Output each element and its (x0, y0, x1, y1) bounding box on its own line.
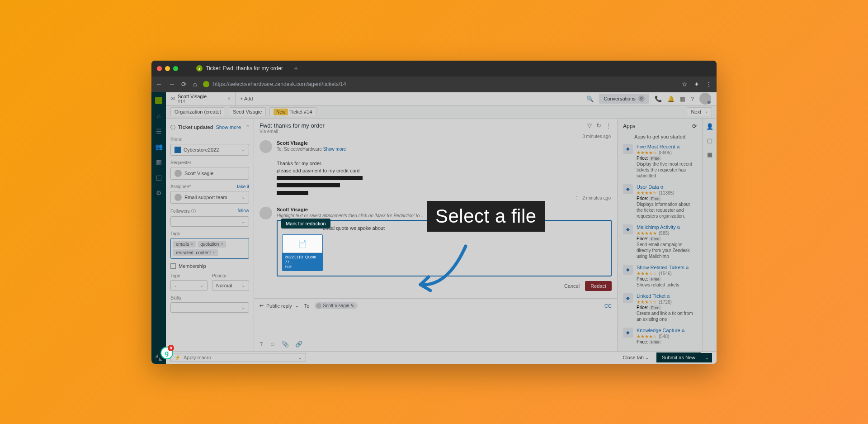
filter-icon[interactable]: ▽ (587, 122, 592, 129)
zendesk-logo-icon[interactable] (155, 97, 162, 104)
help-icon[interactable]: ? (691, 95, 694, 102)
close-tab-icon[interactable]: × (227, 95, 231, 102)
app-rating: ★★★☆☆(1546) (637, 271, 697, 276)
history-icon[interactable]: ↻ (596, 122, 601, 129)
forward-icon[interactable]: → (169, 81, 175, 88)
submit-dropdown[interactable]: ⌄ (701, 353, 712, 362)
attachment-file[interactable]: 📄 20221110_Quote 77... PDF (282, 234, 323, 271)
close-window[interactable] (157, 66, 162, 71)
apps-title: Apps (623, 123, 635, 129)
submit-button[interactable]: Submit as New (656, 353, 701, 362)
apps-icon[interactable]: ▦ (680, 95, 685, 102)
site-lock-icon (203, 81, 209, 87)
app-item[interactable]: ◆ Show Related Tickets ⧉ ★★★☆☆(1546) Pri… (623, 265, 697, 288)
cc-button[interactable]: CC (604, 303, 612, 309)
close-tab-link[interactable]: Close tab ⌄ (619, 353, 653, 362)
home-nav-icon[interactable]: ⌂ (157, 112, 160, 119)
banner-show-more[interactable]: Show more (216, 124, 241, 130)
reply-type-select[interactable]: ↩ Public reply ⌄ (259, 303, 299, 309)
reporting-nav-icon[interactable]: ◫ (156, 174, 162, 181)
phone-icon[interactable]: 📞 (655, 95, 662, 102)
link-icon[interactable]: 🔗 (295, 341, 302, 348)
type-select[interactable]: - ⌄ (170, 280, 208, 291)
app-title: Linked Ticket ⧉ (637, 293, 697, 299)
search-icon[interactable]: 🔍 (586, 95, 594, 102)
followers-select[interactable]: ⌄ (170, 216, 249, 227)
customers-nav-icon[interactable]: 👥 (155, 143, 163, 150)
callout-arrow-icon (411, 242, 475, 300)
app-description: Send email campaigns directly from your … (637, 242, 697, 259)
grid-icon[interactable]: ▦ (707, 151, 712, 158)
brand-select[interactable]: Cyberstore2022 ⌄ (170, 144, 249, 156)
new-tab-button[interactable]: + (294, 64, 298, 72)
redact-button[interactable]: Redact (585, 281, 612, 291)
remove-tag-icon[interactable]: × (212, 250, 215, 255)
edit-icon[interactable]: ✎ (350, 303, 354, 308)
back-icon[interactable]: ← (156, 81, 162, 88)
conversations-button[interactable]: Conversations 0 (599, 94, 649, 104)
take-it-link[interactable]: take it (237, 184, 249, 189)
to-label: To (304, 303, 310, 309)
refresh-icon[interactable]: ⟳ (692, 123, 697, 129)
profile-avatar[interactable] (699, 93, 711, 105)
views-nav-icon[interactable]: ☰ (156, 128, 162, 135)
cancel-button[interactable]: Cancel (564, 283, 580, 289)
knowledge-icon[interactable]: ▢ (707, 137, 712, 144)
app-item[interactable]: ◆ Knowledge Capture ⧉ ★★★★☆(548) Price: … (623, 328, 697, 345)
ticket-tab[interactable]: ✉ Scott Visagie #14 × (166, 92, 236, 105)
external-link-icon: ⧉ (677, 145, 679, 149)
brand-label: Brand (170, 137, 249, 142)
extensions-icon[interactable]: ✦ (694, 81, 699, 88)
priority-select[interactable]: Normal ⌄ (212, 280, 249, 291)
tags-input[interactable]: emails× quotation× redacted_content× (170, 238, 249, 259)
redacted-content (277, 176, 363, 180)
star-icon[interactable]: ☆ (682, 81, 688, 88)
home-icon[interactable]: ⌂ (193, 81, 197, 88)
external-link-icon: ⧉ (660, 185, 663, 190)
more-icon[interactable]: ⋮ (606, 122, 612, 129)
apply-macro-select[interactable]: ⚡ Apply macro ⌄ (170, 353, 306, 362)
msg-line: please add payment to my credit card (277, 167, 612, 175)
type-label: Type (170, 273, 208, 278)
grammarly-widget[interactable]: g 8 (160, 347, 173, 359)
follow-link[interactable]: follow (237, 208, 249, 214)
ticket-subject: Fwd: thanks for my order (259, 122, 325, 129)
app-title: Knowledge Capture ⧉ (637, 328, 697, 333)
text-format-icon[interactable]: T (259, 341, 263, 348)
org-nav-icon[interactable]: ▦ (156, 158, 162, 166)
minimize-window[interactable] (165, 66, 170, 71)
browser-tab[interactable]: z Ticket: Fwd: thanks for my order (191, 62, 288, 74)
redacted-content (277, 183, 340, 187)
app-item[interactable]: ◆ Linked Ticket ⧉ ★★★☆☆(1726) Price: Fre… (623, 293, 697, 322)
reload-icon[interactable]: ⟳ (181, 81, 187, 88)
assignee-select[interactable]: Email support team ⌄ (170, 191, 249, 204)
next-button[interactable]: Next → (687, 107, 712, 116)
more-icon[interactable]: ⋮ (574, 195, 579, 200)
app-item[interactable]: ◆ Five Most Recent ⧉ ★★★★☆(8605) Price: … (623, 144, 697, 179)
app-item[interactable]: ◆ User Data ⧉ ★★★★☆(11365) Price: Free D… (623, 184, 697, 219)
app-icon: ◆ (623, 224, 633, 234)
app-item[interactable]: ◆ Mailchimp Activity ⧉ ★★★★★(585) Price:… (623, 224, 697, 259)
bc-organization[interactable]: Organization (create) (170, 107, 225, 116)
admin-nav-icon[interactable]: ⚙ (156, 189, 162, 196)
banner-close-icon[interactable]: × (246, 123, 249, 129)
notifications-icon[interactable]: 🔔 (667, 95, 675, 102)
maximize-window[interactable] (173, 66, 178, 71)
recipient-pill[interactable]: Scott Visagie ✎ (315, 302, 358, 309)
chevron-down-icon: ⌄ (241, 195, 245, 200)
msg-show-more[interactable]: Show more (323, 147, 346, 152)
user-icon[interactable]: 👤 (706, 123, 713, 130)
chrome-menu-icon[interactable]: ⋮ (706, 81, 712, 88)
chevron-down-icon: ⌄ (200, 283, 203, 288)
url-field[interactable]: https://selectivehardware.zendesk.com/ag… (203, 81, 675, 87)
avatar-icon (175, 170, 182, 177)
attach-icon[interactable]: 📎 (282, 341, 289, 348)
requester-select[interactable]: Scott Visagie (170, 167, 249, 180)
skills-select[interactable]: ⌄ (170, 302, 249, 313)
membership-checkbox[interactable]: Membership (170, 263, 249, 269)
remove-tag-icon[interactable]: × (191, 242, 193, 246)
bc-user[interactable]: Scott Visagie (229, 107, 266, 116)
emoji-icon[interactable]: ☺ (269, 341, 275, 348)
add-tab-button[interactable]: + Add (236, 96, 257, 101)
remove-tag-icon[interactable]: × (221, 242, 223, 246)
